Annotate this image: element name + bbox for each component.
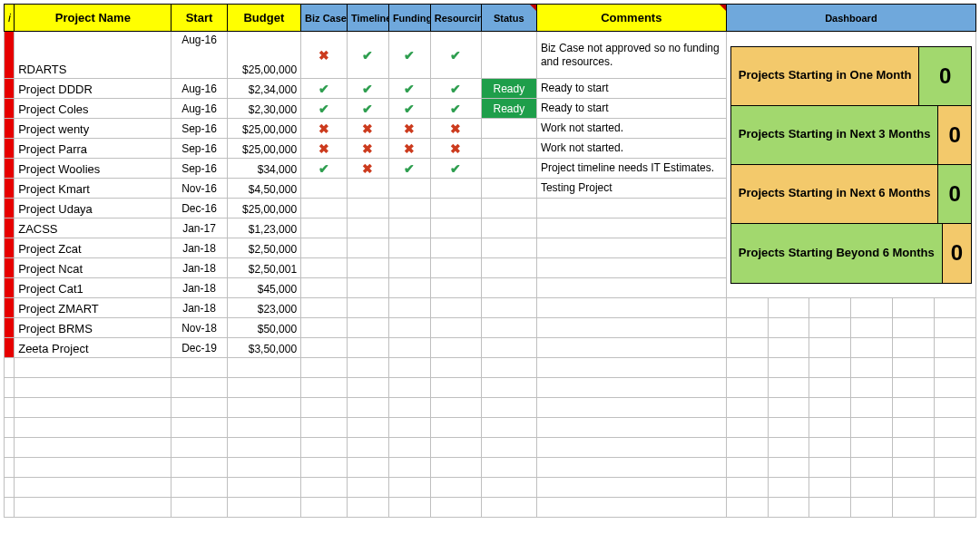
cell-biz-case[interactable]: [301, 338, 348, 358]
cell-status[interactable]: [481, 119, 536, 139]
cell-start[interactable]: Aug-16: [172, 99, 227, 119]
cell-empty[interactable]: [536, 398, 726, 418]
cell-project-name[interactable]: RDARTS: [15, 32, 172, 79]
cell-timeline[interactable]: [348, 338, 389, 358]
table-row-empty[interactable]: [5, 458, 976, 478]
cell-comment[interactable]: Work not started.: [536, 139, 726, 159]
cell-empty[interactable]: [172, 458, 227, 478]
cell-start[interactable]: Jan-18: [172, 238, 227, 258]
cell-resourcing[interactable]: [430, 278, 481, 298]
cell-empty[interactable]: [935, 338, 976, 358]
cell-status[interactable]: [481, 179, 536, 199]
cell-project-name[interactable]: Project Udaya: [15, 199, 172, 218]
cell-timeline[interactable]: ✖: [348, 139, 389, 159]
cell-empty[interactable]: [172, 478, 227, 498]
cell-resourcing[interactable]: [430, 338, 481, 358]
cell-empty[interactable]: [809, 418, 851, 438]
cell-funding[interactable]: [388, 338, 430, 358]
cell-empty[interactable]: [15, 458, 172, 478]
cell-empty[interactable]: [430, 378, 481, 398]
cell-empty[interactable]: [768, 398, 809, 418]
cell-empty[interactable]: [15, 358, 172, 378]
cell-empty[interactable]: [809, 498, 851, 518]
cell-status[interactable]: Ready: [481, 79, 536, 99]
cell-empty[interactable]: [227, 498, 301, 518]
cell-empty[interactable]: [430, 498, 481, 518]
cell-empty[interactable]: [301, 478, 348, 498]
cell-empty[interactable]: [726, 378, 768, 398]
cell-empty[interactable]: [768, 378, 809, 398]
cell-empty[interactable]: [536, 358, 726, 378]
cell-empty[interactable]: [172, 418, 227, 438]
cell-project-name[interactable]: Project Ncat: [15, 258, 172, 278]
cell-empty[interactable]: [348, 418, 389, 438]
cell-status[interactable]: [481, 258, 536, 278]
cell-empty[interactable]: [388, 498, 430, 518]
cell-budget[interactable]: $25,00,000: [227, 119, 301, 139]
cell-resourcing[interactable]: [430, 199, 481, 218]
cell-status[interactable]: [481, 278, 536, 298]
cell-empty[interactable]: [227, 458, 301, 478]
cell-empty[interactable]: [388, 438, 430, 458]
cell-empty[interactable]: [388, 358, 430, 378]
cell-empty[interactable]: [388, 478, 430, 498]
cell-empty[interactable]: [301, 418, 348, 438]
cell-empty[interactable]: [536, 438, 726, 458]
cell-biz-case[interactable]: [301, 318, 348, 338]
cell-empty[interactable]: [809, 358, 851, 378]
cell-empty[interactable]: [5, 498, 15, 518]
cell-empty[interactable]: [768, 458, 809, 478]
cell-biz-case[interactable]: [301, 258, 348, 278]
cell-empty[interactable]: [809, 398, 851, 418]
cell-resourcing[interactable]: [430, 238, 481, 258]
cell-comment[interactable]: [536, 238, 726, 258]
cell-empty[interactable]: [227, 398, 301, 418]
cell-empty[interactable]: [5, 378, 15, 398]
cell-comment[interactable]: [536, 298, 726, 318]
cell-empty[interactable]: [851, 458, 893, 478]
cell-empty[interactable]: [5, 438, 15, 458]
header-project-name[interactable]: Project Name: [15, 5, 172, 32]
cell-empty[interactable]: [935, 298, 976, 318]
cell-empty[interactable]: [430, 458, 481, 478]
cell-budget[interactable]: $45,000: [227, 278, 301, 298]
cell-comment[interactable]: Work not started.: [536, 119, 726, 139]
cell-start[interactable]: Dec-19: [172, 338, 227, 358]
cell-empty[interactable]: [227, 478, 301, 498]
cell-empty[interactable]: [481, 398, 536, 418]
cell-start[interactable]: Jan-18: [172, 278, 227, 298]
cell-biz-case[interactable]: ✔: [301, 79, 348, 99]
cell-empty[interactable]: [348, 378, 389, 398]
cell-funding[interactable]: [388, 238, 430, 258]
cell-empty[interactable]: [893, 338, 935, 358]
cell-empty[interactable]: [935, 318, 976, 338]
cell-empty[interactable]: [893, 358, 935, 378]
cell-resourcing[interactable]: [430, 218, 481, 238]
cell-timeline[interactable]: [348, 298, 389, 318]
cell-status[interactable]: [481, 199, 536, 218]
cell-empty[interactable]: [536, 478, 726, 498]
cell-project-name[interactable]: Project BRMS: [15, 318, 172, 338]
cell-resourcing[interactable]: ✔: [430, 32, 481, 79]
cell-empty[interactable]: [348, 498, 389, 518]
cell-status[interactable]: [481, 159, 536, 179]
cell-empty[interactable]: [536, 458, 726, 478]
table-row-empty[interactable]: [5, 378, 976, 398]
project-spreadsheet[interactable]: i Project Name Start Budget Biz Case Tim…: [4, 4, 976, 518]
cell-comment[interactable]: [536, 278, 726, 298]
cell-empty[interactable]: [851, 398, 893, 418]
table-row-empty[interactable]: [5, 358, 976, 378]
cell-timeline[interactable]: [348, 199, 389, 218]
cell-empty[interactable]: [15, 398, 172, 418]
cell-start[interactable]: Aug-16: [172, 79, 227, 99]
cell-empty[interactable]: [227, 418, 301, 438]
cell-empty[interactable]: [172, 378, 227, 398]
cell-empty[interactable]: [301, 498, 348, 518]
cell-empty[interactable]: [851, 318, 893, 338]
cell-biz-case[interactable]: ✔: [301, 159, 348, 179]
cell-resourcing[interactable]: [430, 258, 481, 278]
cell-resourcing[interactable]: ✔: [430, 79, 481, 99]
cell-comment[interactable]: Ready to start: [536, 79, 726, 99]
cell-start[interactable]: Dec-16: [172, 199, 227, 218]
cell-timeline[interactable]: [348, 258, 389, 278]
